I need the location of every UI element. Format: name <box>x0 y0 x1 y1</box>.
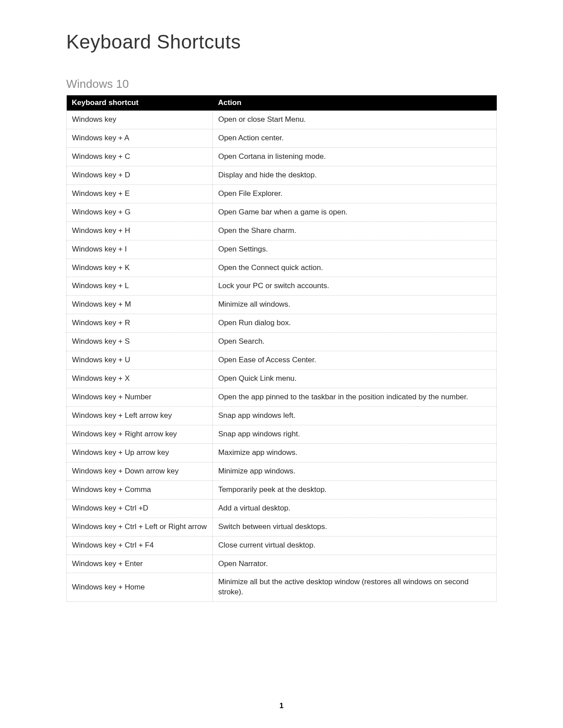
table-row: Windows key + LLock your PC or switch ac… <box>67 277 497 296</box>
cell-action: Open Settings. <box>213 240 497 259</box>
cell-shortcut: Windows key + Left arrow key <box>67 407 213 425</box>
page-title: Keyboard Shortcuts <box>66 31 497 53</box>
cell-action: Close current virtual desktop. <box>213 536 497 555</box>
table-row: Windows key + Down arrow keyMinimize app… <box>67 462 497 480</box>
cell-shortcut: Windows key + R <box>67 314 213 333</box>
cell-action: Open the app pinned to the taskbar in th… <box>213 388 497 407</box>
table-row: Windows key + MMinimize all windows. <box>67 296 497 314</box>
cell-action: Maximize app windows. <box>213 443 497 462</box>
cell-shortcut: Windows key + U <box>67 351 213 370</box>
shortcuts-table: Keyboard shortcut Action Windows keyOpen… <box>66 95 497 602</box>
cell-action: Open Action center. <box>213 129 497 147</box>
cell-action: Minimize all windows. <box>213 296 497 314</box>
page-number: 1 <box>0 702 563 710</box>
cell-shortcut: Windows key + Ctrl +D <box>67 499 213 518</box>
table-row: Windows key + IOpen Settings. <box>67 240 497 259</box>
table-row: Windows key + DDisplay and hide the desk… <box>67 166 497 184</box>
table-row: Windows key + KOpen the Connect quick ac… <box>67 259 497 277</box>
cell-action: Open or close Start Menu. <box>213 111 497 129</box>
cell-action: Snap app windows right. <box>213 425 497 443</box>
table-row: Windows keyOpen or close Start Menu. <box>67 111 497 129</box>
cell-action: Add a virtual desktop. <box>213 499 497 518</box>
cell-action: Snap app windows left. <box>213 407 497 425</box>
table-row: Windows key + Ctrl +DAdd a virtual deskt… <box>67 499 497 518</box>
table-row: Windows key + Ctrl + F4Close current vir… <box>67 536 497 555</box>
cell-shortcut: Windows key + X <box>67 370 213 388</box>
table-header-row: Keyboard shortcut Action <box>67 95 497 111</box>
cell-shortcut: Windows key + Home <box>67 573 213 602</box>
table-row: Windows key + XOpen Quick Link menu. <box>67 370 497 388</box>
cell-action: Lock your PC or switch accounts. <box>213 277 497 296</box>
table-row: Windows key + EnterOpen Narrator. <box>67 555 497 573</box>
table-row: Windows key + SOpen Search. <box>67 333 497 351</box>
cell-action: Open Quick Link menu. <box>213 370 497 388</box>
cell-shortcut: Windows key + Right arrow key <box>67 425 213 443</box>
cell-shortcut: Windows key + Ctrl + Left or Right arrow <box>67 518 213 536</box>
cell-shortcut: Windows key + Ctrl + F4 <box>67 536 213 555</box>
table-row: Windows key + HomeMinimize all but the a… <box>67 573 497 602</box>
header-action: Action <box>213 95 497 111</box>
cell-shortcut: Windows key + I <box>67 240 213 259</box>
table-row: Windows key + Right arrow keySnap app wi… <box>67 425 497 443</box>
cell-shortcut: Windows key + Enter <box>67 555 213 573</box>
cell-shortcut: Windows key + E <box>67 184 213 203</box>
cell-shortcut: Windows key + S <box>67 333 213 351</box>
table-row: Windows key + Up arrow keyMaximize app w… <box>67 443 497 462</box>
table-row: Windows key + GOpen Game bar when a game… <box>67 203 497 221</box>
cell-action: Open Run dialog box. <box>213 314 497 333</box>
table-row: Windows key + Left arrow keySnap app win… <box>67 407 497 425</box>
header-shortcut: Keyboard shortcut <box>67 95 213 111</box>
table-row: Windows key + AOpen Action center. <box>67 129 497 147</box>
cell-shortcut: Windows key <box>67 111 213 129</box>
cell-shortcut: Windows key + A <box>67 129 213 147</box>
table-row: Windows key + COpen Cortana in listening… <box>67 147 497 166</box>
cell-shortcut: Windows key + M <box>67 296 213 314</box>
cell-action: Open File Explorer. <box>213 184 497 203</box>
cell-shortcut: Windows key + Comma <box>67 480 213 499</box>
cell-action: Open Ease of Access Center. <box>213 351 497 370</box>
table-row: Windows key + ROpen Run dialog box. <box>67 314 497 333</box>
table-row: Windows key + Ctrl + Left or Right arrow… <box>67 518 497 536</box>
cell-action: Minimize app windows. <box>213 462 497 480</box>
table-row: Windows key + CommaTemporarily peek at t… <box>67 480 497 499</box>
cell-shortcut: Windows key + Number <box>67 388 213 407</box>
section-title: Windows 10 <box>66 77 497 91</box>
cell-shortcut: Windows key + D <box>67 166 213 184</box>
cell-shortcut: Windows key + C <box>67 147 213 166</box>
table-row: Windows key + EOpen File Explorer. <box>67 184 497 203</box>
cell-action: Open Search. <box>213 333 497 351</box>
cell-shortcut: Windows key + L <box>67 277 213 296</box>
cell-action: Temporarily peek at the desktop. <box>213 480 497 499</box>
cell-shortcut: Windows key + K <box>67 259 213 277</box>
cell-action: Open the Share charm. <box>213 221 497 240</box>
table-row: Windows key + HOpen the Share charm. <box>67 221 497 240</box>
cell-shortcut: Windows key + Up arrow key <box>67 443 213 462</box>
cell-shortcut: Windows key + G <box>67 203 213 221</box>
cell-action: Minimize all but the active desktop wind… <box>213 573 497 602</box>
cell-action: Switch between virtual desktops. <box>213 518 497 536</box>
cell-action: Open Narrator. <box>213 555 497 573</box>
table-row: Windows key + UOpen Ease of Access Cente… <box>67 351 497 370</box>
cell-action: Open the Connect quick action. <box>213 259 497 277</box>
cell-shortcut: Windows key + Down arrow key <box>67 462 213 480</box>
cell-action: Display and hide the desktop. <box>213 166 497 184</box>
table-row: Windows key + NumberOpen the app pinned … <box>67 388 497 407</box>
cell-shortcut: Windows key + H <box>67 221 213 240</box>
cell-action: Open Game bar when a game is open. <box>213 203 497 221</box>
cell-action: Open Cortana in listening mode. <box>213 147 497 166</box>
